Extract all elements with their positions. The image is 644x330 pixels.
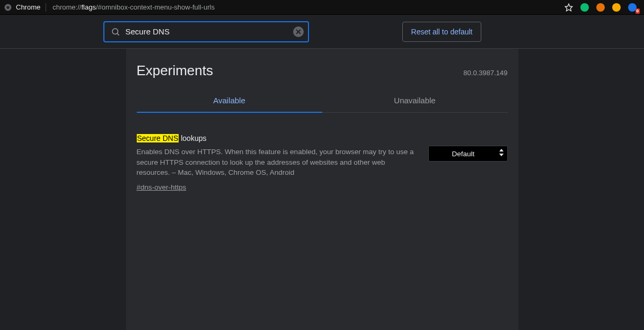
extension-icon-3[interactable] [612, 3, 621, 12]
url-suffix: /#omnibox-context-menu-show-full-urls [96, 3, 215, 11]
extension-badge: 0 [636, 8, 640, 14]
flag-item: Secure DNS lookups Enables DNS over HTTP… [137, 113, 508, 193]
chrome-logo-icon [4, 4, 12, 11]
version-label: 80.0.3987.149 [463, 69, 507, 77]
flag-hash-link[interactable]: #dns-over-https [137, 182, 187, 193]
url-prefix: chrome:// [52, 3, 81, 11]
svg-point-1 [6, 6, 9, 8]
clear-search-icon[interactable] [293, 26, 304, 37]
flag-select-wrap: Default [428, 146, 508, 162]
flag-title-rest: lookups [179, 134, 206, 142]
search-icon [111, 27, 120, 37]
extension-icon-2[interactable] [596, 3, 605, 12]
reset-all-button[interactable]: Reset all to default [402, 22, 482, 42]
svg-marker-8 [499, 154, 504, 156]
url-bold-segment: flags [81, 3, 95, 11]
extension-icon-4[interactable]: 0 [628, 3, 637, 12]
svg-marker-2 [565, 4, 572, 11]
tabs: Available Unavailable [137, 90, 508, 113]
page-title: Experiments [137, 63, 214, 79]
svg-line-4 [117, 33, 119, 35]
separator [46, 3, 46, 12]
browser-top-bar: Chrome chrome://flags/#omnibox-context-m… [0, 0, 644, 15]
bookmark-star-icon[interactable] [564, 3, 573, 12]
tab-unavailable[interactable]: Unavailable [322, 90, 508, 112]
main-panel: Experiments 80.0.3987.149 Available Unav… [126, 49, 518, 330]
flag-title-highlight: Secure DNS [137, 134, 179, 142]
tab-available[interactable]: Available [137, 90, 322, 112]
flags-toolbar: Reset all to default [0, 15, 644, 49]
omnibox-url[interactable]: chrome://flags/#omnibox-context-menu-sho… [52, 3, 215, 11]
flag-select[interactable]: Default [428, 146, 508, 162]
title-row: Experiments 80.0.3987.149 [137, 59, 508, 90]
flag-title: Secure DNS lookups [137, 133, 418, 144]
browser-toolbar-icons: 0 [564, 3, 640, 12]
search-box[interactable] [103, 21, 309, 42]
search-input[interactable] [126, 27, 293, 36]
flag-description: Enables DNS over HTTPS. When this featur… [137, 147, 418, 178]
browser-name: Chrome [16, 3, 40, 11]
flag-text-block: Secure DNS lookups Enables DNS over HTTP… [137, 133, 418, 193]
svg-point-3 [112, 29, 118, 34]
extension-icon-1[interactable] [580, 3, 589, 12]
